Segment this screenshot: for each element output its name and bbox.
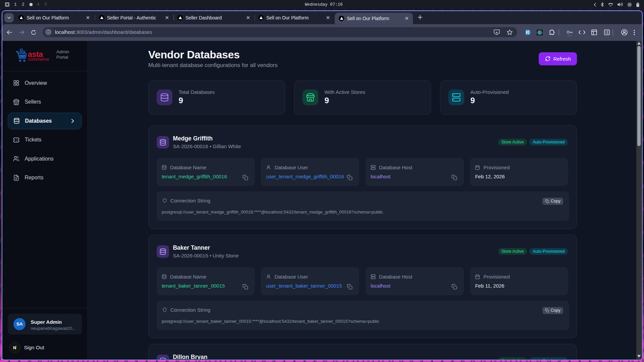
- svg-text:F: F: [526, 31, 528, 35]
